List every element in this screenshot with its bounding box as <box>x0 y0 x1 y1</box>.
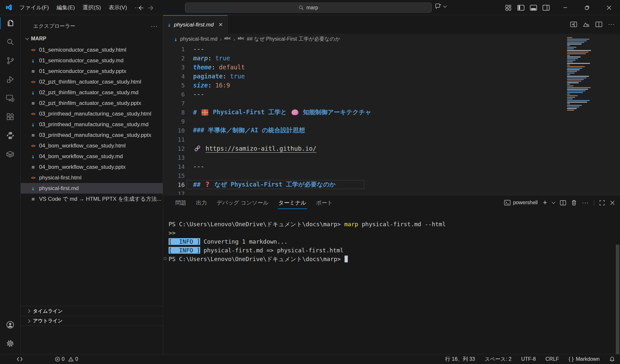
code-area[interactable]: 1---2marp: true3theme: default4paginate:… <box>163 45 620 195</box>
folder-row-marp[interactable]: MARP <box>21 33 163 44</box>
code-line[interactable]: 12 https://samizo-aitl.github.io/ <box>163 144 620 153</box>
tab-close-icon[interactable]: ✕ <box>217 21 224 28</box>
menu-item-1[interactable]: 編集(E) <box>53 2 79 13</box>
code-line[interactable]: 9 <box>163 117 620 126</box>
panel-tab-3[interactable]: ターミナル <box>278 195 306 210</box>
minimize-button[interactable] <box>554 0 576 15</box>
file-item[interactable]: ≡04_bom_workflow_case_study.pptx <box>21 162 163 172</box>
sidebar-item-extensions[interactable] <box>0 109 20 125</box>
close-panel-button[interactable] <box>610 200 615 205</box>
close-button[interactable] <box>598 0 620 15</box>
split-terminal-button[interactable] <box>560 200 566 206</box>
menu-item-0[interactable]: ファイル(F) <box>16 2 53 13</box>
marp-preview-icon[interactable] <box>583 21 590 27</box>
customize-layout-button[interactable] <box>504 4 512 12</box>
sidebar-item-search[interactable] <box>0 34 20 50</box>
file-item[interactable]: ↓02_pzt_thinfilm_actuator_case_study.md <box>21 87 163 98</box>
code-line[interactable]: 17 <box>163 189 620 195</box>
code-line[interactable]: 6--- <box>163 90 620 99</box>
panel-tab-1[interactable]: 出力 <box>196 195 207 210</box>
panel-tab-4[interactable]: ポート <box>316 195 333 210</box>
file-item[interactable]: ↓03_printhead_manufacturing_case_study.m… <box>21 119 163 130</box>
open-preview-side-icon[interactable] <box>570 21 577 27</box>
problems-indicator[interactable]: 0 0 <box>55 356 78 362</box>
command-center-search[interactable]: marp <box>185 3 432 13</box>
file-item[interactable]: <>02_pzt_thinfilm_actuator_case_study.ht… <box>21 76 163 87</box>
file-item[interactable]: ↓physical-first.md <box>21 183 163 194</box>
toggle-secondary-sidebar-button[interactable] <box>542 4 550 12</box>
code-line[interactable]: 8# Physical-First 工学と 知能制御アーキテクチャ <box>163 108 620 117</box>
code-line[interactable]: 13 <box>163 153 620 162</box>
code-line[interactable]: 10### 半導体／制御／AI の統合設計思想 <box>163 126 620 135</box>
file-item[interactable]: ≡03_printhead_manufacturing_case_study.p… <box>21 130 163 140</box>
accounts-button[interactable] <box>0 317 20 332</box>
code-line[interactable]: 3theme: default <box>163 63 620 72</box>
terminal-shell-item[interactable]: powershell <box>504 200 538 206</box>
sidebar-item-python[interactable] <box>0 128 20 143</box>
code-line[interactable]: 14--- <box>163 162 620 171</box>
line-number: 2 <box>163 55 185 62</box>
editor-more-actions-button[interactable]: ··· <box>608 21 615 28</box>
terminal-scrollbar[interactable] <box>616 245 619 354</box>
code-line[interactable]: 7 <box>163 99 620 108</box>
sidebar-item-run-debug[interactable] <box>0 72 20 87</box>
code-line[interactable]: 15 <box>163 171 620 180</box>
toggle-panel-button[interactable] <box>529 4 538 12</box>
copilot-menu[interactable] <box>435 3 446 10</box>
kill-terminal-button[interactable] <box>571 200 577 206</box>
terminal-output[interactable]: PS C:\Users\Lenovo\OneDrive\ドキュメント\docs\… <box>163 220 614 263</box>
terminal-dropdown-icon[interactable] <box>552 200 555 204</box>
file-item[interactable]: <>04_bom_workflow_case_study.html <box>21 140 163 151</box>
restore-button[interactable] <box>576 0 598 15</box>
eol-sequence[interactable]: CRLF <box>545 356 559 362</box>
code-line[interactable]: 11 <box>163 135 620 144</box>
encoding[interactable]: UTF-8 <box>521 356 536 362</box>
sidebar-item-remote-explorer[interactable] <box>0 90 20 106</box>
section-outline[interactable]: アウトライン <box>21 316 163 326</box>
file-item[interactable]: ↓01_semiconductor_case_study.md <box>21 55 163 66</box>
file-item[interactable]: ≡VS Code で md → HTML PPTX を生成する方法... <box>21 194 163 204</box>
sidebar-item-source-control[interactable] <box>0 53 20 68</box>
file-item[interactable]: ≡02_pzt_thinfilm_actuator_case_study.ppt… <box>21 98 163 108</box>
sidebar-item-containers[interactable] <box>0 147 20 162</box>
file-item[interactable]: ↓04_bom_workflow_case_study.md <box>21 151 163 162</box>
explorer-more-actions-button[interactable]: ··· <box>151 23 158 30</box>
notifications-bell[interactable] <box>609 356 615 362</box>
remote-indicator[interactable] <box>17 357 23 362</box>
breadcrumb-file[interactable]: physical-first.md <box>180 36 218 42</box>
language-mode[interactable]: { } Markdown <box>569 356 600 362</box>
symbol-string-icon[interactable]: abc <box>224 36 231 40</box>
code-line[interactable]: 16## ? なぜ Physical-First 工学が必要なのか <box>163 180 620 189</box>
new-terminal-button[interactable]: + <box>543 198 547 207</box>
toggle-primary-sidebar-button[interactable] <box>517 4 525 12</box>
split-editor-icon[interactable] <box>595 21 602 27</box>
file-name: 02_pzt_thinfilm_actuator_case_study.pptx <box>39 100 141 106</box>
nav-forward-button[interactable] <box>147 4 155 12</box>
settings-button[interactable] <box>0 336 20 351</box>
command-decoration-icon[interactable] <box>164 257 167 260</box>
code-line[interactable]: 2marp: true <box>163 54 620 63</box>
menu-item-2[interactable]: 選択(S) <box>79 2 105 13</box>
minimap[interactable] <box>567 37 598 111</box>
code-line[interactable]: 1--- <box>163 45 620 54</box>
panel-more-actions-button[interactable]: ··· <box>582 199 589 206</box>
file-item[interactable]: <>01_semiconductor_case_study.html <box>21 45 163 55</box>
breadcrumb-section[interactable]: ## なぜ Physical-First 工学が必要なのか <box>247 36 340 43</box>
file-item[interactable]: ≡01_semiconductor_case_study.pptx <box>21 66 163 76</box>
panel-tab-2[interactable]: デバッグ コンソール <box>217 195 269 210</box>
section-timeline[interactable]: タイムライン <box>21 306 163 316</box>
menu-item-3[interactable]: 表示(V) <box>105 2 131 13</box>
html-file-icon: <> <box>30 80 36 84</box>
sidebar-item-explorer[interactable] <box>0 15 20 31</box>
file-item[interactable]: <>03_printhead_manufacturing_case_study.… <box>21 108 163 119</box>
minimap-line <box>567 63 590 64</box>
cursor-position[interactable]: 行 16、列 33 <box>445 356 475 363</box>
nav-back-button[interactable] <box>137 4 144 12</box>
file-item[interactable]: <>physical-first.html <box>21 172 163 183</box>
code-line[interactable]: 4paginate: true <box>163 72 620 81</box>
tab-physical-first-md[interactable]: ↓ physical-first.md ✕ <box>163 15 228 34</box>
panel-tab-0[interactable]: 問題 <box>175 195 186 210</box>
code-line[interactable]: 5size: 16:9 <box>163 81 620 90</box>
maximize-panel-button[interactable] <box>599 200 605 206</box>
indentation[interactable]: スペース: 2 <box>485 356 512 363</box>
